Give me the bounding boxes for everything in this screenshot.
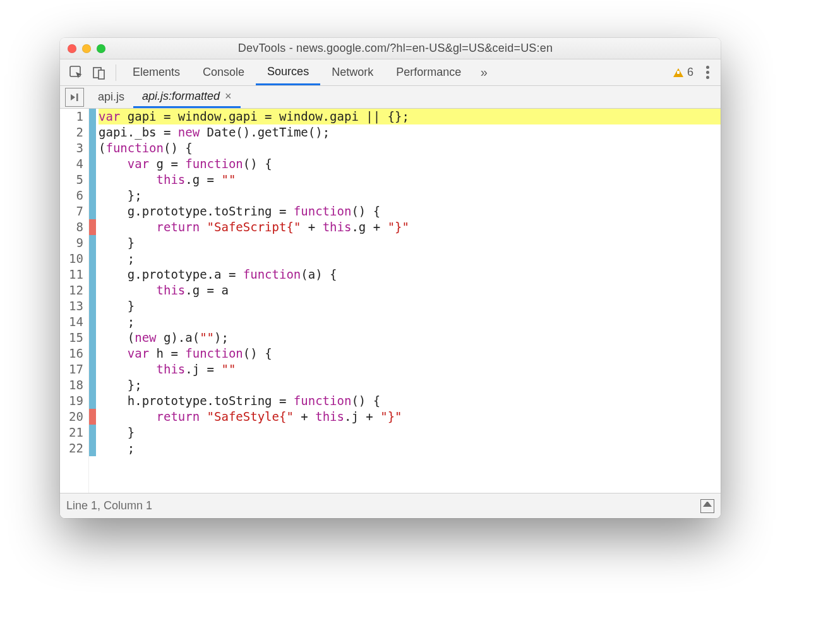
line-number: 3 [66,140,87,156]
main-tab-bar: ElementsConsoleSourcesNetworkPerformance… [60,59,721,86]
uncovered-marker [89,219,96,235]
covered-marker [89,156,96,172]
cursor-position: Line 1, Column 1 [66,499,152,512]
covered-marker [89,172,96,188]
covered-marker [89,393,96,409]
status-bar: Line 1, Column 1 [60,493,721,518]
line-number: 12 [66,282,87,298]
devtools-window: DevTools - news.google.com/?hl=en-US&gl=… [60,38,721,518]
settings-menu-button[interactable] [700,66,716,79]
warnings-badge[interactable]: 6 [667,66,700,79]
code-line: var g = function() { [99,156,721,172]
device-toolbar-icon[interactable] [88,61,111,84]
covered-marker [89,377,96,393]
window-controls [68,44,105,53]
covered-marker [89,267,96,282]
line-number: 17 [66,361,87,377]
code-line: this.j = "" [99,361,721,377]
line-number: 6 [66,188,87,203]
covered-marker [89,425,96,440]
file-tab-label: api.js:formatted [142,90,220,103]
code-line: return "SafeScript{" + this.g + "}" [99,219,721,235]
show-drawer-button[interactable] [700,499,714,513]
code-line: (function() { [99,140,721,156]
line-number: 1 [66,109,87,124]
code-line: } [99,298,721,314]
toggle-navigator-button[interactable] [65,88,84,107]
more-tabs-button[interactable]: » [472,61,495,84]
covered-marker [89,330,96,346]
uncovered-marker [89,409,96,425]
line-number: 19 [66,393,87,409]
covered-marker [89,251,96,267]
code-line: this.g = a [99,282,721,298]
tab-console[interactable]: Console [191,59,256,85]
code-line: return "SafeStyle{" + this.j + "}" [99,409,721,425]
svg-rect-3 [76,94,78,101]
warning-icon [673,68,683,77]
line-number: 22 [66,440,87,456]
warning-count: 6 [687,66,693,79]
code-line: ; [99,251,721,267]
code-line: g.prototype.toString = function() { [99,203,721,219]
code-line: }; [99,377,721,393]
line-number: 4 [66,156,87,172]
inspect-element-icon[interactable] [65,61,88,84]
source-file-tabs: api.jsapi.js:formatted× [60,86,721,109]
code-content[interactable]: var gapi = window.gapi = window.gapi || … [96,109,721,493]
minimize-window-button[interactable] [82,44,91,53]
covered-marker [89,235,96,251]
line-number: 9 [66,235,87,251]
divider [116,64,116,81]
line-number: 7 [66,203,87,219]
line-number: 11 [66,267,87,282]
close-icon[interactable]: × [225,90,232,103]
covered-marker [89,314,96,330]
covered-marker [89,440,96,456]
file-tab[interactable]: api.js [89,86,133,108]
code-line: ; [99,440,721,456]
line-number: 5 [66,172,87,188]
covered-marker [89,298,96,314]
file-tab[interactable]: api.js:formatted× [133,86,241,108]
covered-marker [89,140,96,156]
line-number: 2 [66,124,87,140]
line-number: 14 [66,314,87,330]
code-line: } [99,425,721,440]
covered-marker [89,361,96,377]
line-number: 10 [66,251,87,267]
titlebar: DevTools - news.google.com/?hl=en-US&gl=… [60,38,721,59]
code-line: }; [99,188,721,203]
tab-elements[interactable]: Elements [121,59,191,85]
line-number: 20 [66,409,87,425]
covered-marker [89,188,96,203]
tab-sources[interactable]: Sources [256,59,320,85]
coverage-markers [89,109,96,493]
covered-marker [89,346,96,361]
line-number-gutter: 12345678910111213141516171819202122 [60,109,89,493]
window-title: DevTools - news.google.com/?hl=en-US&gl=… [116,42,675,55]
file-tab-label: api.js [98,90,124,104]
line-number: 18 [66,377,87,393]
covered-marker [89,109,96,124]
line-number: 8 [66,219,87,235]
code-line: g.prototype.a = function(a) { [99,267,721,282]
tab-performance[interactable]: Performance [385,59,472,85]
code-editor[interactable]: 12345678910111213141516171819202122 var … [60,109,721,493]
code-line: this.g = "" [99,172,721,188]
code-line: var gapi = window.gapi = window.gapi || … [99,109,721,124]
code-line: h.prototype.toString = function() { [99,393,721,409]
code-line: gapi._bs = new Date().getTime(); [99,124,721,140]
covered-marker [89,124,96,140]
close-window-button[interactable] [68,44,76,53]
line-number: 13 [66,298,87,314]
line-number: 15 [66,330,87,346]
line-number: 16 [66,346,87,361]
code-line: } [99,235,721,251]
tab-network[interactable]: Network [320,59,385,85]
svg-rect-2 [99,70,104,79]
code-line: ; [99,314,721,330]
code-line: (new g).a(""); [99,330,721,346]
covered-marker [89,282,96,298]
zoom-window-button[interactable] [97,44,105,53]
